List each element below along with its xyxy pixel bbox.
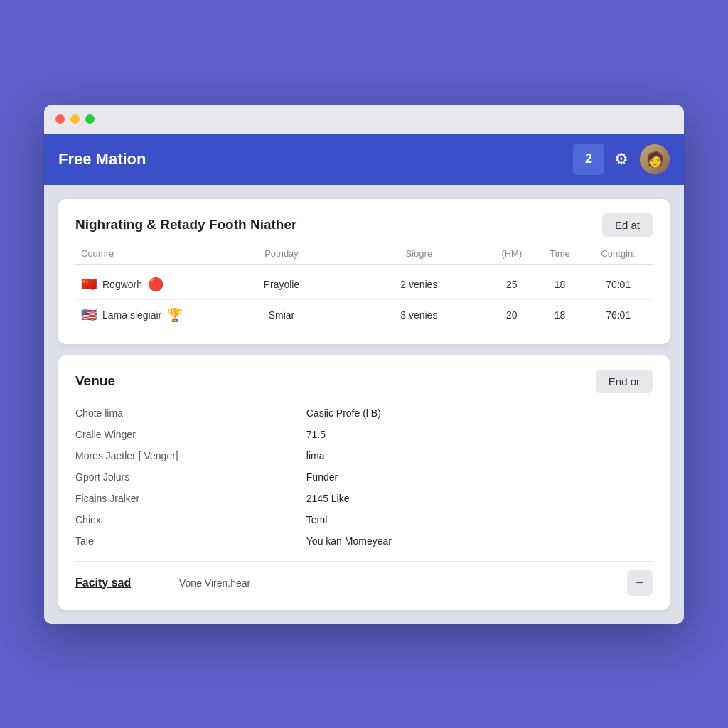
potnday-cell-1: Prayolie	[213, 279, 350, 290]
country-cell-1: 🇨🇳 Rogworh 🔴	[75, 277, 213, 292]
flag2-row2: 🏆	[167, 307, 183, 323]
gear-icon[interactable]: ⚙	[614, 150, 628, 168]
country-cell-2: 🇺🇸 Lama slegiair 🏆	[75, 307, 213, 323]
titlebar	[44, 105, 684, 134]
country-name-1: Rogworh	[102, 279, 142, 290]
facity-row: Facity sad Vone Viren.hear −	[75, 570, 653, 596]
hm-cell-1: 25	[488, 279, 536, 290]
siogre-cell-1: 2 venies	[350, 279, 488, 290]
venue-value-1: 71.5	[306, 426, 653, 443]
minimize-dot[interactable]	[70, 114, 80, 124]
edit-button[interactable]: Ed at	[602, 213, 653, 237]
app-title: Free Mation	[58, 150, 573, 168]
venue-label-3: Gport Jolurs	[75, 469, 306, 486]
data-table: Coumre Potnday Siogre (HM) Time Contgin:…	[75, 248, 653, 330]
venue-label-2: Mores Jaetler [ Venger]	[75, 447, 306, 464]
flag2-row1: 🔴	[148, 277, 164, 292]
flag1-row1: 🇨🇳	[81, 277, 97, 292]
card-header: Nighrating & Retady Footh Niather Ed at	[75, 213, 653, 237]
venue-details: Chote lima Casiic Profe (l B) Cralle Win…	[75, 405, 653, 550]
contgin-cell-1: 70:01	[584, 279, 653, 290]
venue-card-header: Venue End or	[75, 370, 653, 393]
flag1-row2: 🇺🇸	[81, 307, 97, 323]
venue-label-5: Chiext	[75, 511, 306, 528]
venue-value-4: 2145 Like	[306, 490, 653, 507]
maximize-dot[interactable]	[85, 114, 95, 124]
table-row: 🇨🇳 Rogworh 🔴 Prayolie 2 venies 25 18 70:…	[75, 269, 653, 300]
country-name-2: Lama slegiair	[102, 309, 161, 321]
col-siogre: Siogre	[350, 248, 488, 259]
venue-value-5: Teml	[306, 511, 653, 528]
siogre-cell-2: 3 venies	[350, 309, 488, 321]
venue-label-1: Cralle Winger	[75, 426, 306, 443]
venue-value-3: Funder	[306, 469, 653, 486]
venue-value-0: Casiic Profe (l B)	[306, 405, 653, 422]
ratings-card: Nighrating & Retady Footh Niather Ed at …	[58, 199, 670, 344]
divider	[75, 561, 653, 562]
table-row: 🇺🇸 Lama slegiair 🏆 Smiar 3 venies 20 18 …	[75, 300, 653, 330]
venue-label-0: Chote lima	[75, 405, 306, 422]
notification-badge[interactable]: 2	[573, 144, 604, 175]
venue-value-6: You kan Momeyear	[306, 532, 653, 550]
app-window: Free Mation 2 ⚙ 🧑 Nighrating & Retady Fo…	[44, 105, 684, 624]
minus-button[interactable]: −	[627, 570, 653, 596]
venue-label-4: Ficains Jralker	[75, 490, 306, 507]
main-content: Nighrating & Retady Footh Niather Ed at …	[44, 185, 684, 624]
card-title: Nighrating & Retady Footh Niather	[75, 217, 296, 232]
venue-label-6: Tale	[75, 532, 306, 550]
venue-card: Venue End or Chote lima Casiic Profe (l …	[58, 355, 670, 610]
time-cell-1: 18	[536, 279, 584, 290]
end-or-button[interactable]: End or	[596, 370, 653, 393]
avatar-image: 🧑	[640, 144, 670, 174]
hm-cell-2: 20	[488, 309, 536, 321]
potnday-cell-2: Smiar	[213, 309, 350, 321]
navbar: Free Mation 2 ⚙ 🧑	[44, 134, 684, 185]
col-contgin: Contgin:	[584, 248, 653, 259]
avatar[interactable]: 🧑	[640, 144, 670, 174]
col-potnday: Potnday	[213, 248, 350, 259]
col-time: Time	[536, 248, 584, 259]
venue-value-2: lima	[306, 447, 653, 464]
contgin-cell-2: 76:01	[584, 309, 653, 321]
col-coumre: Coumre	[75, 248, 213, 259]
table-header: Coumre Potnday Siogre (HM) Time Contgin:	[75, 248, 653, 265]
facity-value: Vone Viren.hear	[179, 577, 616, 589]
venue-title: Venue	[75, 373, 115, 389]
time-cell-2: 18	[536, 309, 584, 321]
facity-link[interactable]: Facity sad	[75, 577, 168, 589]
close-dot[interactable]	[55, 114, 65, 124]
col-hm: (HM)	[488, 248, 536, 259]
